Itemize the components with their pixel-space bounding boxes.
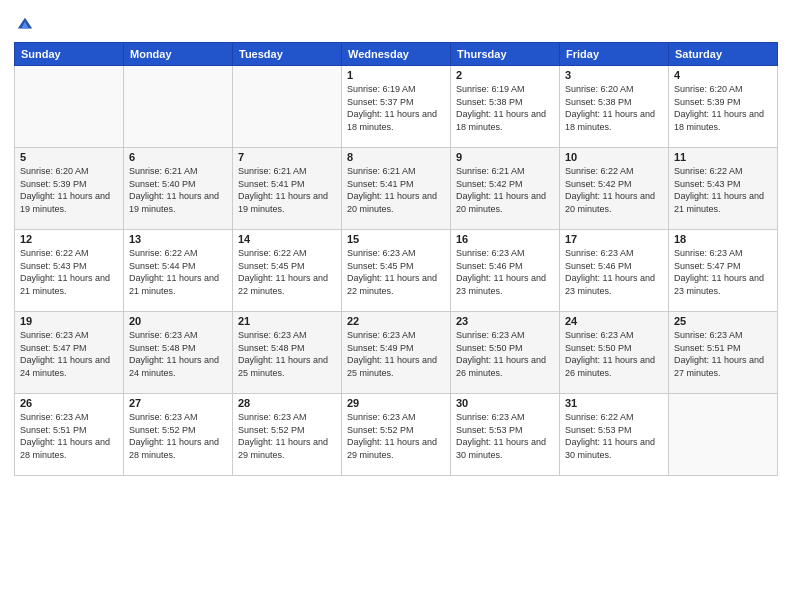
day-info: Sunrise: 6:23 AM Sunset: 5:52 PM Dayligh… [129, 411, 227, 461]
day-cell: 11Sunrise: 6:22 AM Sunset: 5:43 PM Dayli… [669, 148, 778, 230]
day-cell: 6Sunrise: 6:21 AM Sunset: 5:40 PM Daylig… [124, 148, 233, 230]
page: SundayMondayTuesdayWednesdayThursdayFrid… [0, 0, 792, 612]
day-number: 20 [129, 315, 227, 327]
day-number: 9 [456, 151, 554, 163]
day-cell: 20Sunrise: 6:23 AM Sunset: 5:48 PM Dayli… [124, 312, 233, 394]
day-cell: 22Sunrise: 6:23 AM Sunset: 5:49 PM Dayli… [342, 312, 451, 394]
day-info: Sunrise: 6:22 AM Sunset: 5:42 PM Dayligh… [565, 165, 663, 215]
day-info: Sunrise: 6:23 AM Sunset: 5:52 PM Dayligh… [238, 411, 336, 461]
day-cell: 16Sunrise: 6:23 AM Sunset: 5:46 PM Dayli… [451, 230, 560, 312]
day-number: 3 [565, 69, 663, 81]
day-info: Sunrise: 6:23 AM Sunset: 5:46 PM Dayligh… [565, 247, 663, 297]
day-info: Sunrise: 6:22 AM Sunset: 5:43 PM Dayligh… [20, 247, 118, 297]
logo-icon [16, 16, 34, 34]
day-number: 27 [129, 397, 227, 409]
day-cell: 30Sunrise: 6:23 AM Sunset: 5:53 PM Dayli… [451, 394, 560, 476]
day-info: Sunrise: 6:20 AM Sunset: 5:39 PM Dayligh… [674, 83, 772, 133]
day-number: 29 [347, 397, 445, 409]
week-row-3: 12Sunrise: 6:22 AM Sunset: 5:43 PM Dayli… [15, 230, 778, 312]
day-number: 30 [456, 397, 554, 409]
weekday-header-saturday: Saturday [669, 43, 778, 66]
day-info: Sunrise: 6:23 AM Sunset: 5:48 PM Dayligh… [129, 329, 227, 379]
day-number: 19 [20, 315, 118, 327]
day-cell: 12Sunrise: 6:22 AM Sunset: 5:43 PM Dayli… [15, 230, 124, 312]
day-info: Sunrise: 6:23 AM Sunset: 5:48 PM Dayligh… [238, 329, 336, 379]
day-info: Sunrise: 6:22 AM Sunset: 5:44 PM Dayligh… [129, 247, 227, 297]
day-info: Sunrise: 6:20 AM Sunset: 5:38 PM Dayligh… [565, 83, 663, 133]
logo [14, 10, 34, 34]
day-info: Sunrise: 6:22 AM Sunset: 5:45 PM Dayligh… [238, 247, 336, 297]
day-info: Sunrise: 6:23 AM Sunset: 5:50 PM Dayligh… [456, 329, 554, 379]
day-number: 1 [347, 69, 445, 81]
day-number: 26 [20, 397, 118, 409]
day-info: Sunrise: 6:23 AM Sunset: 5:53 PM Dayligh… [456, 411, 554, 461]
day-cell: 2Sunrise: 6:19 AM Sunset: 5:38 PM Daylig… [451, 66, 560, 148]
day-info: Sunrise: 6:21 AM Sunset: 5:42 PM Dayligh… [456, 165, 554, 215]
weekday-header-sunday: Sunday [15, 43, 124, 66]
day-info: Sunrise: 6:23 AM Sunset: 5:46 PM Dayligh… [456, 247, 554, 297]
day-info: Sunrise: 6:21 AM Sunset: 5:41 PM Dayligh… [238, 165, 336, 215]
day-info: Sunrise: 6:23 AM Sunset: 5:45 PM Dayligh… [347, 247, 445, 297]
day-cell: 13Sunrise: 6:22 AM Sunset: 5:44 PM Dayli… [124, 230, 233, 312]
day-info: Sunrise: 6:23 AM Sunset: 5:50 PM Dayligh… [565, 329, 663, 379]
day-number: 22 [347, 315, 445, 327]
day-number: 8 [347, 151, 445, 163]
day-cell [669, 394, 778, 476]
day-number: 15 [347, 233, 445, 245]
day-cell: 5Sunrise: 6:20 AM Sunset: 5:39 PM Daylig… [15, 148, 124, 230]
day-info: Sunrise: 6:19 AM Sunset: 5:37 PM Dayligh… [347, 83, 445, 133]
week-row-5: 26Sunrise: 6:23 AM Sunset: 5:51 PM Dayli… [15, 394, 778, 476]
day-number: 24 [565, 315, 663, 327]
day-info: Sunrise: 6:23 AM Sunset: 5:51 PM Dayligh… [674, 329, 772, 379]
day-cell: 23Sunrise: 6:23 AM Sunset: 5:50 PM Dayli… [451, 312, 560, 394]
header [14, 10, 778, 34]
day-cell: 31Sunrise: 6:22 AM Sunset: 5:53 PM Dayli… [560, 394, 669, 476]
weekday-header-wednesday: Wednesday [342, 43, 451, 66]
day-cell: 17Sunrise: 6:23 AM Sunset: 5:46 PM Dayli… [560, 230, 669, 312]
calendar: SundayMondayTuesdayWednesdayThursdayFrid… [14, 42, 778, 476]
day-cell: 29Sunrise: 6:23 AM Sunset: 5:52 PM Dayli… [342, 394, 451, 476]
weekday-header-row: SundayMondayTuesdayWednesdayThursdayFrid… [15, 43, 778, 66]
day-number: 5 [20, 151, 118, 163]
day-info: Sunrise: 6:23 AM Sunset: 5:52 PM Dayligh… [347, 411, 445, 461]
week-row-1: 1Sunrise: 6:19 AM Sunset: 5:37 PM Daylig… [15, 66, 778, 148]
day-cell [124, 66, 233, 148]
weekday-header-thursday: Thursday [451, 43, 560, 66]
weekday-header-tuesday: Tuesday [233, 43, 342, 66]
day-number: 12 [20, 233, 118, 245]
day-cell: 10Sunrise: 6:22 AM Sunset: 5:42 PM Dayli… [560, 148, 669, 230]
day-number: 10 [565, 151, 663, 163]
day-cell: 24Sunrise: 6:23 AM Sunset: 5:50 PM Dayli… [560, 312, 669, 394]
day-info: Sunrise: 6:23 AM Sunset: 5:51 PM Dayligh… [20, 411, 118, 461]
day-cell [15, 66, 124, 148]
day-cell: 3Sunrise: 6:20 AM Sunset: 5:38 PM Daylig… [560, 66, 669, 148]
day-cell: 27Sunrise: 6:23 AM Sunset: 5:52 PM Dayli… [124, 394, 233, 476]
day-cell: 21Sunrise: 6:23 AM Sunset: 5:48 PM Dayli… [233, 312, 342, 394]
day-cell: 28Sunrise: 6:23 AM Sunset: 5:52 PM Dayli… [233, 394, 342, 476]
day-info: Sunrise: 6:21 AM Sunset: 5:40 PM Dayligh… [129, 165, 227, 215]
day-number: 23 [456, 315, 554, 327]
weekday-header-friday: Friday [560, 43, 669, 66]
day-number: 28 [238, 397, 336, 409]
day-number: 13 [129, 233, 227, 245]
day-cell: 7Sunrise: 6:21 AM Sunset: 5:41 PM Daylig… [233, 148, 342, 230]
day-info: Sunrise: 6:21 AM Sunset: 5:41 PM Dayligh… [347, 165, 445, 215]
day-number: 4 [674, 69, 772, 81]
day-number: 25 [674, 315, 772, 327]
day-cell: 25Sunrise: 6:23 AM Sunset: 5:51 PM Dayli… [669, 312, 778, 394]
week-row-4: 19Sunrise: 6:23 AM Sunset: 5:47 PM Dayli… [15, 312, 778, 394]
day-cell: 9Sunrise: 6:21 AM Sunset: 5:42 PM Daylig… [451, 148, 560, 230]
week-row-2: 5Sunrise: 6:20 AM Sunset: 5:39 PM Daylig… [15, 148, 778, 230]
day-cell: 14Sunrise: 6:22 AM Sunset: 5:45 PM Dayli… [233, 230, 342, 312]
day-cell: 26Sunrise: 6:23 AM Sunset: 5:51 PM Dayli… [15, 394, 124, 476]
day-number: 16 [456, 233, 554, 245]
day-number: 21 [238, 315, 336, 327]
day-info: Sunrise: 6:23 AM Sunset: 5:47 PM Dayligh… [674, 247, 772, 297]
day-cell [233, 66, 342, 148]
day-number: 7 [238, 151, 336, 163]
day-number: 11 [674, 151, 772, 163]
day-info: Sunrise: 6:23 AM Sunset: 5:49 PM Dayligh… [347, 329, 445, 379]
day-cell: 1Sunrise: 6:19 AM Sunset: 5:37 PM Daylig… [342, 66, 451, 148]
day-number: 2 [456, 69, 554, 81]
day-number: 31 [565, 397, 663, 409]
